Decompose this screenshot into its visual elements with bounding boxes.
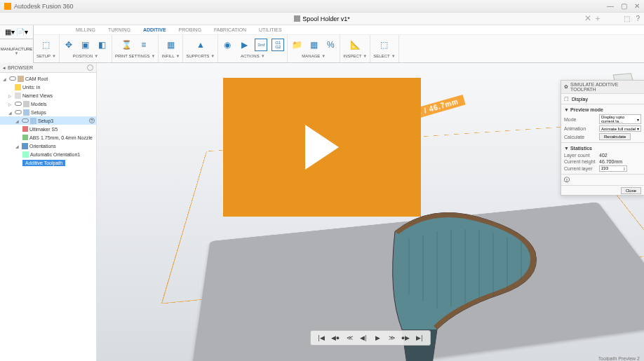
measure-icon[interactable]: 📐 bbox=[349, 39, 361, 51]
tree-setups[interactable]: ◢Setups bbox=[0, 108, 96, 116]
anim-select[interactable]: Animate full model▾ bbox=[599, 125, 641, 132]
browser-opts-icon[interactable] bbox=[87, 64, 93, 71]
pb-next-op[interactable]: ●▶ bbox=[401, 333, 410, 343]
gear-icon: ✿ bbox=[564, 84, 568, 90]
file-menu-icon[interactable]: 📄▾ bbox=[16, 28, 28, 36]
app-title: Autodesk Fusion 360 bbox=[14, 3, 74, 10]
doc-bar: Spool Holder v1* ✕ ＋ ⬚ ? bbox=[0, 13, 644, 25]
browser-title: BROWSER bbox=[8, 65, 33, 70]
pb-prev-op[interactable]: ◀● bbox=[330, 333, 340, 343]
title-bar: Autodesk Fusion 360 — ▢ ✕ bbox=[0, 0, 644, 13]
pb-rewind[interactable]: ≪ bbox=[344, 333, 354, 343]
tab-additive[interactable]: ADDITIVE bbox=[143, 27, 166, 32]
tree-models[interactable]: ▷Models bbox=[0, 100, 96, 108]
doc-name: Spool Holder v1* bbox=[302, 15, 350, 22]
sim-icon[interactable]: ▶ bbox=[238, 39, 250, 51]
tab-utilities[interactable]: UTILITIES bbox=[259, 27, 282, 32]
tree-auto-orient[interactable]: Automatic Orientation1 bbox=[0, 150, 96, 158]
tab-fabrication[interactable]: FABRICATION bbox=[214, 27, 246, 32]
video-play-overlay[interactable] bbox=[223, 78, 421, 217]
3mf-icon[interactable]: 3mf bbox=[255, 39, 267, 51]
data-panel-icon[interactable]: ▦▾ bbox=[5, 28, 15, 36]
browser-panel: ◂BROWSER ◢CAM Root Units: in ▷Named View… bbox=[0, 63, 97, 361]
move-icon[interactable]: ✥ bbox=[62, 39, 75, 51]
info-icon[interactable]: ⓘ bbox=[564, 177, 570, 183]
maximize-icon[interactable]: ▢ bbox=[621, 2, 627, 10]
folder-icon[interactable]: 📁 bbox=[290, 39, 303, 51]
tree-orientations[interactable]: ◢Orientations bbox=[0, 142, 96, 150]
minimize-icon[interactable]: — bbox=[607, 2, 614, 10]
tab-milling[interactable]: MILLING bbox=[76, 27, 95, 32]
select-icon[interactable]: ⬚ bbox=[378, 39, 391, 51]
setup-icon[interactable]: ⬚ bbox=[40, 39, 53, 51]
pct-icon[interactable]: % bbox=[324, 39, 337, 51]
panel-title: SIMULATE ADDITIVE TOOLPATH bbox=[570, 82, 641, 92]
tree-material[interactable]: ABS 1.75mm, 0.4mm Nozzle bbox=[0, 133, 96, 142]
display-icon: ⬚ bbox=[564, 96, 569, 102]
g1-icon[interactable]: G1G2 bbox=[271, 39, 284, 51]
extrude-icon[interactable]: ⌛ bbox=[121, 39, 133, 51]
orient-icon[interactable]: ◧ bbox=[96, 39, 109, 51]
layer-count-val: 402 bbox=[599, 153, 608, 158]
layers-icon[interactable]: ≡ bbox=[137, 39, 150, 51]
playback-bar: |◀ ◀● ≪ ◀| ▶ ≫ ●▶ ▶| bbox=[310, 330, 431, 346]
app-logo-icon bbox=[4, 3, 11, 10]
window-controls: — ▢ ✕ bbox=[607, 2, 640, 10]
ribbon-tabs: MILLING TURNING ADDITIVE PROBING FABRICA… bbox=[34, 25, 644, 35]
grid-icon[interactable]: ▦ bbox=[307, 39, 320, 51]
recalc-button[interactable]: Recalculate bbox=[599, 133, 631, 140]
mode-select[interactable]: Display upto current la…▾ bbox=[599, 114, 641, 124]
ext-icon[interactable]: ⬚ bbox=[624, 15, 630, 22]
doc-tab[interactable]: Spool Holder v1* bbox=[294, 15, 350, 22]
tree-toolpath[interactable]: Additive Toolpath bbox=[0, 158, 96, 167]
status-text: Toolpath Preview 2 bbox=[598, 356, 640, 361]
sim-panel: ✿SIMULATE ADDITIVE TOOLPATH ⬚Display ▼ P… bbox=[561, 80, 644, 196]
support-icon[interactable]: ▲ bbox=[194, 39, 207, 51]
pb-play[interactable]: ▶ bbox=[373, 333, 382, 343]
cur-layer-spin[interactable]: 233⁞ bbox=[599, 165, 627, 172]
gen-icon[interactable]: ◉ bbox=[221, 39, 234, 51]
tree-printer[interactable]: Ultimaker S5 bbox=[0, 125, 96, 133]
tab-turning[interactable]: TURNING bbox=[108, 27, 130, 32]
tab-probing[interactable]: PROBING bbox=[179, 27, 201, 32]
close-button[interactable]: Close bbox=[621, 187, 641, 194]
ribbon: ⬚SETUP▼ ✥▣◧POSITION▼ ⌛≡PRINT SETTINGS▼ ▦… bbox=[34, 35, 644, 63]
tree-named-views[interactable]: ▷Named Views bbox=[0, 91, 96, 100]
add-tab-icon[interactable]: ✕ ＋ bbox=[584, 13, 602, 25]
pb-fwd[interactable]: ≫ bbox=[387, 333, 396, 343]
tree-cam-root[interactable]: ◢CAM Root bbox=[0, 74, 96, 83]
pb-step-back[interactable]: ◀| bbox=[358, 333, 368, 343]
tree-units[interactable]: Units: in bbox=[0, 83, 96, 91]
pb-end[interactable]: ▶| bbox=[415, 333, 424, 343]
doc-cube-icon bbox=[294, 15, 300, 22]
help-icon[interactable]: ? bbox=[636, 15, 640, 22]
pb-start[interactable]: |◀ bbox=[316, 333, 326, 343]
tree-setup3[interactable]: ◢Setup3? bbox=[0, 116, 96, 125]
cur-height-val: 46.700mm bbox=[599, 159, 622, 164]
clone-icon[interactable]: ▣ bbox=[79, 39, 92, 51]
close-icon[interactable]: ✕ bbox=[634, 2, 640, 10]
infill-icon[interactable]: ▦ bbox=[164, 39, 177, 51]
play-triangle-icon bbox=[305, 125, 339, 170]
